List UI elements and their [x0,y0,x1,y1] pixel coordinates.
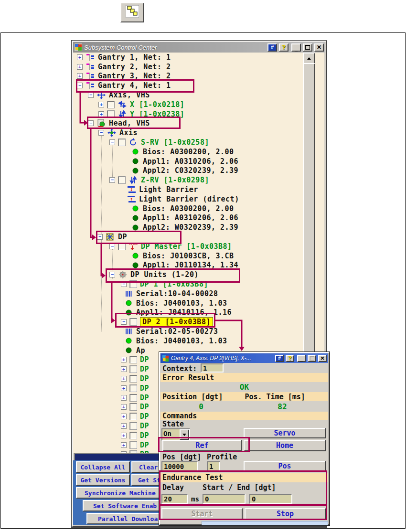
tree-item[interactable]: −DP 1 [1-0x03B8] [73,279,324,289]
minimize-button[interactable]: _ [291,43,301,52]
grid-button[interactable]: # [275,355,284,362]
expand-icon[interactable]: + [121,423,127,429]
collapse-icon[interactable]: − [97,234,103,240]
expand-icon[interactable]: + [121,433,127,438]
tree-item[interactable]: Bios: A0300200, 2.00 [73,147,324,157]
tree-item[interactable]: Appl2: C0320239, 2.39 [73,166,324,176]
pos-input[interactable] [161,461,198,471]
state-combobox[interactable]: On [161,428,190,441]
tree-checkbox[interactable] [129,432,137,439]
combobox-dropdown-button[interactable] [180,429,189,440]
grid-button[interactable]: # [267,43,277,52]
endurance-end-input[interactable] [249,494,292,504]
tree-checkbox[interactable] [118,138,126,146]
maximize-button[interactable] [303,43,312,52]
endurance-start-input[interactable] [203,494,246,504]
expand-icon[interactable]: + [121,376,127,382]
tree-item[interactable]: Light Barrier (direct) [73,194,324,204]
profile-input[interactable] [207,461,220,471]
expand-icon[interactable]: + [98,111,104,117]
tree-item[interactable]: Appl1: A0310206, 2.06 [73,213,324,223]
expand-icon[interactable]: + [77,73,83,79]
cascade-windows-button[interactable] [120,2,144,22]
expand-icon[interactable]: + [121,385,127,391]
tree-checkbox[interactable] [107,110,115,118]
scrollbar-up-button[interactable] [303,53,315,64]
tree-item[interactable]: Serial:10-04-00028 [73,289,324,298]
tree-item[interactable]: +Gantry 3, Net: 2 [73,72,324,81]
dialog-titlebar[interactable]: Gantry 4, Axis: DP 2[VHS], X-... # ? _ ✕ [160,353,328,363]
tree-item[interactable]: +Gantry 1, Net: 1 [73,53,324,62]
tree-item[interactable]: Bios: J01003CB, 3.CB [73,251,324,261]
expand-icon[interactable]: + [121,414,127,419]
expand-icon[interactable]: + [77,54,83,60]
collapse-icon[interactable]: − [109,272,115,277]
tree-item[interactable]: Appl2: W0320239, 2.39 [73,223,324,232]
tree-checkbox[interactable] [107,101,115,108]
minimize-button[interactable]: _ [297,355,306,362]
tree-item[interactable]: +Gantry 2, Net: 2 [73,62,324,72]
tree-item[interactable]: −DP Units (1-20) [73,270,324,279]
context-input[interactable] [201,363,224,372]
expand-icon[interactable]: + [77,64,83,70]
tree-checkbox[interactable] [129,280,137,288]
tree-checkbox[interactable] [129,318,137,326]
collapse-icon[interactable]: − [88,92,94,98]
tree-checkbox[interactable] [129,422,137,430]
help-button[interactable]: ? [286,355,294,362]
tree-checkbox[interactable] [118,243,126,250]
expand-icon[interactable]: + [121,395,127,401]
tree-item[interactable]: Serial:02-05-00273 [73,327,324,336]
tree-checkbox[interactable] [129,375,137,383]
tree-item[interactable]: −DP 2 [1-0x03B8] [73,317,324,327]
tree-checkbox[interactable] [129,384,137,392]
collapse-icon[interactable]: − [77,83,83,88]
tree-item[interactable]: −DP [73,232,324,242]
expand-icon[interactable]: + [121,366,127,372]
tree-checkbox[interactable] [129,441,137,449]
collapse-icon[interactable]: − [109,177,115,183]
tree-item[interactable]: Appl1: J0410116, 1.16 [73,308,324,318]
pos-button[interactable]: Pos [244,461,326,471]
tree-item[interactable]: −Head, VHS [73,119,324,128]
tree-checkbox[interactable] [129,403,137,411]
tree-item[interactable]: −Z-RV [1-0x0298] [73,175,324,185]
get-versions-button[interactable]: Get Versions [76,474,130,486]
tree-item[interactable]: +Y [1-0x0238] [73,109,324,119]
expand-icon[interactable]: + [121,357,127,362]
expand-icon[interactable]: + [98,102,104,107]
help-button[interactable]: ? [279,43,288,52]
collapse-icon[interactable]: − [88,120,94,126]
tree-item[interactable]: Bios: J0400103, 1.03 [73,298,324,308]
tree-item[interactable]: Appl1: J0110134, 1.34 [73,261,324,270]
tree-item[interactable]: Bios: A0300200, 2.00 [73,204,324,213]
tree-item[interactable]: −Gantry 4, Net: 1 [73,81,324,90]
tree-item[interactable]: +X [1-0x0218] [73,100,324,109]
tree-checkbox[interactable] [129,356,137,363]
delay-input[interactable] [161,494,188,504]
stop-button[interactable]: Stop [245,508,326,520]
collapse-icon[interactable]: − [121,281,127,287]
expand-icon[interactable]: + [121,404,127,410]
tree-checkbox[interactable] [129,394,137,402]
close-button[interactable]: ✕ [318,355,327,362]
tree-item[interactable]: −S-RV [1-0x0258] [73,138,324,147]
tree-item[interactable]: Light Barrier [73,185,324,194]
tree-item[interactable]: −Axis [73,128,324,138]
collapse-icon[interactable]: − [121,319,127,325]
tree-item[interactable]: −01100DP Master [1-0x03B8] [73,242,324,251]
collapse-icon[interactable]: − [98,130,104,136]
main-titlebar[interactable]: Subsystem Control Center # ? _ ✕ [73,42,325,53]
close-button[interactable]: ✕ [314,43,324,52]
tree-checkbox[interactable] [118,176,126,184]
tree-checkbox[interactable] [129,413,137,420]
tree-item[interactable]: Bios: J0400103, 1.03 [73,336,324,346]
tree-checkbox[interactable] [129,365,137,373]
collapse-all-button[interactable]: Collapse All [76,461,130,473]
servo-button[interactable]: Servo [244,428,326,438]
collapse-icon[interactable]: − [109,244,115,249]
collapse-icon[interactable]: − [109,139,115,145]
ref-button[interactable]: Ref [162,440,242,451]
home-button[interactable]: Home [244,440,326,451]
expand-icon[interactable]: + [121,442,127,448]
